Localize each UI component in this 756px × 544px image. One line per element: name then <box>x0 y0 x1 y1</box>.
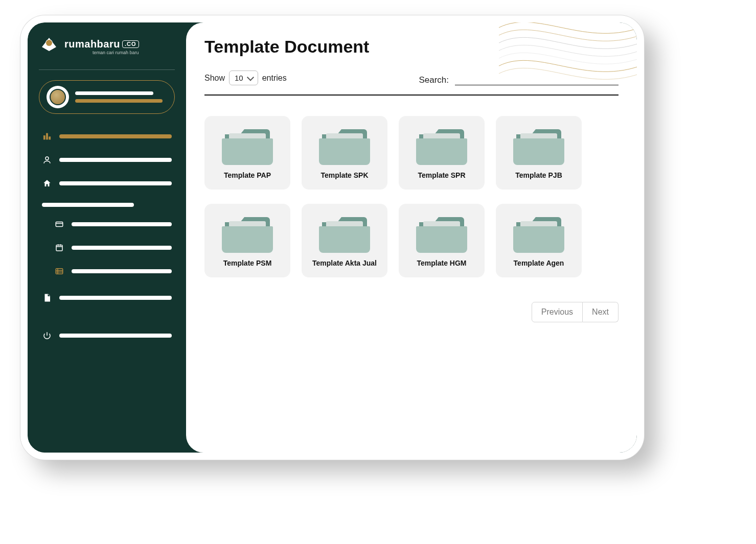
search-input[interactable] <box>455 70 618 85</box>
folder-icon <box>222 125 273 165</box>
folder-name: Template Agen <box>514 259 564 267</box>
folder-card[interactable]: Template SPR <box>399 116 485 190</box>
folder-icon <box>416 213 467 253</box>
sidebar-nav <box>39 127 175 345</box>
prev-button[interactable]: Previous <box>532 302 583 322</box>
chart-bar-icon <box>42 131 52 141</box>
entries-label: entries <box>262 74 287 83</box>
file-icon <box>42 293 52 303</box>
brand-text: rumahbaru.CO teman cari rumah baru <box>64 39 139 55</box>
svg-rect-7 <box>56 245 62 251</box>
brand-tagline: teman cari rumah baru <box>64 51 139 55</box>
nav-users[interactable] <box>39 151 175 169</box>
folder-name: Template PAP <box>224 171 271 179</box>
brand-suffix: .CO <box>122 40 139 48</box>
calendar-icon <box>54 243 64 253</box>
sidebar: rumahbaru.CO teman cari rumah baru <box>28 22 186 453</box>
svg-rect-2 <box>47 133 48 139</box>
tablet-frame: rumahbaru.CO teman cari rumah baru <box>20 15 644 460</box>
nav-sub-list[interactable] <box>39 262 175 280</box>
folder-card[interactable]: Template SPK <box>302 116 387 190</box>
brand-logo: rumahbaru.CO teman cari rumah baru <box>39 37 175 62</box>
nav-group-header <box>39 198 175 210</box>
folder-card[interactable]: Template PJB <box>496 116 582 190</box>
svg-rect-3 <box>49 137 51 139</box>
brand-name: rumahbaru <box>64 39 120 49</box>
pagination: Previous Next <box>204 302 618 322</box>
svg-rect-11 <box>56 269 63 274</box>
show-label: Show <box>204 74 225 83</box>
avatar <box>47 86 69 108</box>
folder-name: Template SPR <box>418 171 465 179</box>
nav-logout[interactable] <box>39 326 175 345</box>
folder-icon <box>319 213 370 253</box>
svg-rect-1 <box>43 136 45 140</box>
power-icon <box>42 330 52 341</box>
nav-sub-card[interactable] <box>39 215 175 233</box>
main-panel: Template Document Show 10 entries Search… <box>186 22 637 453</box>
folder-icon <box>513 213 564 253</box>
folder-name: Template PSM <box>223 259 272 267</box>
folder-card[interactable]: Template PSM <box>204 204 290 277</box>
next-button[interactable]: Next <box>583 302 618 322</box>
entries-select[interactable]: 10 <box>229 70 258 85</box>
folder-card[interactable]: Template Akta Jual <box>302 204 387 277</box>
svg-point-4 <box>45 157 49 160</box>
app-frame: rumahbaru.CO teman cari rumah baru <box>28 22 637 453</box>
nav-home[interactable] <box>39 174 175 193</box>
list-icon <box>54 266 64 276</box>
folder-icon <box>222 213 273 253</box>
divider <box>39 69 175 70</box>
search-label: Search: <box>419 75 449 85</box>
profile-card[interactable] <box>39 80 175 114</box>
folder-icon <box>513 125 564 165</box>
user-icon <box>42 155 52 165</box>
nav-document[interactable] <box>39 289 175 307</box>
home-icon <box>42 178 52 188</box>
nav-sub-calendar[interactable] <box>39 239 175 257</box>
logo-icon <box>39 37 59 57</box>
folder-icon <box>416 125 467 165</box>
folder-card[interactable]: Template PAP <box>204 116 290 190</box>
folder-card[interactable]: Template HGM <box>399 204 485 277</box>
folder-grid: Template PAP Template SPK Template SPR T… <box>204 116 618 277</box>
nav-dashboard[interactable] <box>39 127 175 146</box>
entries-select-value: 10 <box>235 74 243 82</box>
table-controls: Show 10 entries Search: <box>204 70 618 96</box>
folder-card[interactable]: Template Agen <box>496 204 582 277</box>
folder-name: Template PJB <box>515 171 562 179</box>
folder-name: Template SPK <box>320 171 368 179</box>
card-icon <box>54 219 64 229</box>
profile-placeholder <box>75 91 167 103</box>
page-title: Template Document <box>204 37 618 57</box>
folder-name: Template HGM <box>417 259 467 267</box>
folder-icon <box>319 125 370 165</box>
folder-name: Template Akta Jual <box>312 259 377 267</box>
svg-rect-5 <box>56 222 63 227</box>
